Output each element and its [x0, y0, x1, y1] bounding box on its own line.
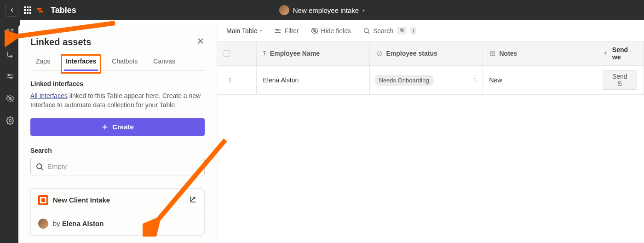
close-icon — [196, 37, 205, 45]
col-notes[interactable]: Notes — [500, 50, 518, 57]
gear-icon[interactable] — [6, 116, 15, 125]
svg-point-6 — [8, 75, 10, 76]
chevron-down-icon: ▾ — [362, 8, 365, 13]
search-placeholder: Empty — [47, 162, 67, 170]
select-all-checkbox[interactable] — [224, 50, 230, 57]
author-byline: by Elena Alston — [53, 220, 104, 227]
tab-chatbots[interactable]: Chatbots — [110, 58, 139, 70]
left-icon-rail — [0, 20, 20, 243]
table-row[interactable]: 1 Elena Alston Needs Onboarding New Send… — [217, 66, 644, 95]
eye-off-icon[interactable] — [6, 94, 15, 103]
search-icon — [363, 27, 370, 35]
sort-handle-icon[interactable] — [472, 76, 478, 85]
interface-logo-icon — [38, 195, 48, 205]
sliders-icon[interactable] — [6, 72, 15, 81]
cell-employee-name[interactable]: Elena Alston — [257, 72, 369, 88]
svg-point-15 — [37, 164, 42, 169]
tab-canvas[interactable]: Canvas — [151, 58, 177, 70]
table-toolbar: Main Table ▾ Filter Hide fields Search ⌘… — [217, 20, 644, 41]
arrow-left-icon — [9, 7, 15, 13]
filter-icon — [274, 27, 282, 35]
app-title: Tables — [51, 6, 76, 15]
filter-label: Filter — [284, 27, 299, 35]
svg-line-25 — [368, 32, 369, 33]
main-area: Linked assets Zaps Interfaces Chatbots C… — [0, 20, 644, 243]
tab-zaps[interactable]: Zaps — [34, 58, 52, 70]
plus-icon — [101, 123, 109, 131]
main-table-label: Main Table — [226, 27, 257, 35]
section-description: All Interfaces linked to this Table appe… — [30, 91, 205, 110]
search-icon — [35, 162, 44, 171]
interface-card-title: New Client Intake — [53, 196, 110, 204]
table-name-switcher[interactable]: New employee intake ▾ — [279, 5, 365, 15]
svg-point-0 — [7, 29, 9, 31]
close-button[interactable] — [196, 37, 205, 47]
text-type-icon: T — [263, 50, 266, 57]
linked-assets-panel: Linked assets Zaps Interfaces Chatbots C… — [18, 25, 217, 243]
action-type-icon — [603, 50, 609, 57]
open-external-button[interactable] — [189, 195, 197, 205]
by-prefix: by — [53, 220, 62, 227]
eye-off-icon — [311, 27, 318, 35]
select-type-icon — [376, 50, 383, 57]
avatar-icon — [38, 219, 48, 229]
col-send-welcome[interactable]: Send we — [612, 46, 637, 61]
back-button[interactable] — [6, 4, 18, 17]
data-table: T Employee Name Employee status Notes Se… — [217, 41, 644, 95]
search-button[interactable]: Search ⌘ f — [363, 27, 416, 35]
tabs: Zaps Interfaces Chatbots Canvas — [30, 58, 205, 71]
main-table-dropdown[interactable]: Main Table ▾ — [226, 27, 262, 35]
notes-type-icon — [489, 50, 496, 57]
open-external-icon — [189, 195, 197, 203]
filter-button[interactable]: Filter — [274, 27, 299, 35]
cell-employee-status[interactable]: Needs Onboarding — [370, 72, 483, 88]
tables-logo-icon — [37, 8, 43, 12]
svg-point-2 — [7, 33, 9, 35]
table-name-label: New employee intake — [293, 6, 359, 14]
svg-point-7 — [11, 77, 12, 79]
svg-point-24 — [364, 28, 368, 32]
col-employee-name[interactable]: Employee Name — [270, 50, 320, 57]
svg-line-17 — [13, 23, 115, 37]
tab-interfaces[interactable]: Interfaces — [64, 58, 98, 70]
author-name: Elena Alston — [62, 220, 104, 227]
hide-fields-label: Hide fields — [321, 27, 351, 35]
row-number: 1 — [217, 72, 243, 88]
apps-grid-icon[interactable] — [24, 6, 31, 14]
col-employee-status[interactable]: Employee status — [386, 50, 437, 57]
redirect-icon[interactable] — [6, 50, 15, 59]
svg-point-3 — [11, 33, 13, 35]
avatar-icon — [279, 5, 289, 15]
panel-title: Linked assets — [30, 37, 91, 47]
status-pill: Needs Onboarding — [374, 75, 434, 86]
chevron-down-icon: ▾ — [260, 28, 262, 33]
cell-notes[interactable]: New — [483, 72, 596, 88]
section-title: Linked Interfaces — [30, 80, 205, 87]
svg-line-16 — [41, 168, 43, 170]
svg-point-26 — [377, 51, 382, 56]
table-content: Main Table ▾ Filter Hide fields Search ⌘… — [217, 20, 644, 243]
interface-card[interactable]: New Client Intake by Elena Alston — [30, 188, 205, 236]
all-interfaces-link[interactable]: All Interfaces — [30, 92, 68, 99]
kbd-f: f — [410, 27, 416, 35]
linked-assets-icon[interactable] — [6, 28, 15, 37]
svg-point-10 — [9, 120, 12, 122]
kbd-cmd: ⌘ — [397, 27, 407, 35]
create-button[interactable]: Create — [30, 118, 205, 136]
search-label: Search — [373, 27, 393, 35]
hide-fields-button[interactable]: Hide fields — [311, 27, 351, 35]
search-label: Search — [30, 147, 205, 154]
svg-point-1 — [11, 29, 13, 31]
search-input[interactable]: Empty — [30, 158, 205, 175]
topbar: Tables New employee intake ▾ — [0, 0, 644, 20]
send-button[interactable]: Send S — [603, 70, 638, 90]
create-label: Create — [112, 123, 134, 131]
